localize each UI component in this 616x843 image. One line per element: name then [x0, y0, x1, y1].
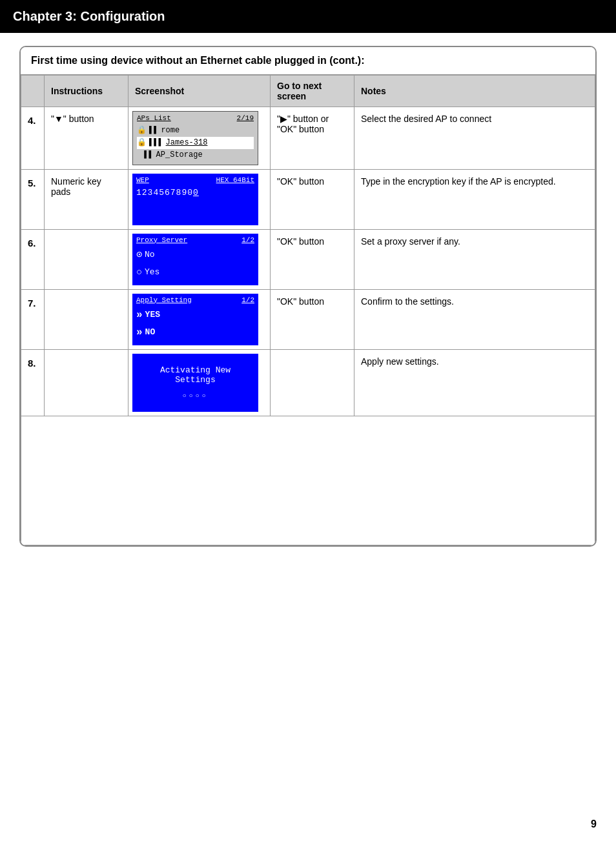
- goto-6: "OK" button: [271, 229, 354, 289]
- screen-8: Activating New Settings ○○○○: [128, 349, 271, 416]
- table-row-5: 5. Numeric key pads WEP HEX 64Bit 123456…: [21, 169, 595, 229]
- apply-setting-screen: Apply Setting 1/2 »YES »NO: [132, 294, 258, 345]
- notes-4: Select the desired AP to connect: [354, 107, 595, 170]
- screen-7: Apply Setting 1/2 »YES »NO: [128, 289, 271, 349]
- instr-7: [45, 289, 128, 349]
- loading-dots: ○○○○: [182, 392, 208, 400]
- arrow-no-icon: »: [136, 324, 143, 341]
- table-row-6: 6. Proxy Server 1/2 ⊙No ○Y: [21, 229, 595, 289]
- col-instructions: Instructions: [45, 76, 128, 107]
- goto-7: "OK" button: [271, 289, 354, 349]
- col-goto: Go to next screen: [271, 76, 354, 107]
- goto-8: [271, 349, 354, 416]
- col-screenshot: Screenshot: [128, 76, 271, 107]
- instr-8: [45, 349, 128, 416]
- table-row-4: 4. "▼" button APs List 2/19 🔒▌▌ rome: [21, 107, 595, 170]
- goto-4: "▶" button or "OK" button: [271, 107, 354, 170]
- instr-6: [45, 229, 128, 289]
- notes-5: Type in the encryption key if the AP is …: [354, 169, 595, 229]
- col-num: [21, 76, 45, 107]
- chapter-title: Chapter 3: Configuration: [13, 9, 165, 23]
- arrow-yes-icon: »: [136, 307, 143, 324]
- chapter-header: Chapter 3: Configuration: [0, 0, 616, 33]
- activating-screen: Activating New Settings ○○○○: [132, 354, 258, 412]
- ap-list-screen: APs List 2/19 🔒▌▌ rome 🔒▌▌▌James-318 ▌▌ …: [132, 111, 258, 165]
- table-row-8: 8. Activating New Settings ○○○○ Apply ne…: [21, 349, 595, 416]
- instr-5: Numeric key pads: [45, 169, 128, 229]
- page-number: 9: [591, 818, 597, 830]
- goto-5: "OK" button: [271, 169, 354, 229]
- row-num-6: 6.: [21, 229, 45, 289]
- instr-4: "▼" button: [45, 107, 128, 170]
- notes-7: Confirm to the settings.: [354, 289, 595, 349]
- row-num-7: 7.: [21, 289, 45, 349]
- row-num-8: 8.: [21, 349, 45, 416]
- row-num-5: 5.: [21, 169, 45, 229]
- activating-text: Activating New Settings: [138, 365, 253, 385]
- notes-6: Set a proxy server if any.: [354, 229, 595, 289]
- screen-5: WEP HEX 64Bit 12345678900: [128, 169, 271, 229]
- screen-4: APs List 2/19 🔒▌▌ rome 🔒▌▌▌James-318 ▌▌ …: [128, 107, 271, 170]
- box-title: First time using device without an Ether…: [21, 47, 595, 75]
- col-notes: Notes: [354, 76, 595, 107]
- notes-8: Apply new settings.: [354, 349, 595, 416]
- instruction-table: Instructions Screenshot Go to next scree…: [21, 75, 595, 545]
- empty-row: [21, 416, 595, 545]
- screen-6: Proxy Server 1/2 ⊙No ○Yes: [128, 229, 271, 289]
- wep-screen: WEP HEX 64Bit 12345678900: [132, 174, 258, 225]
- proxy-screen: Proxy Server 1/2 ⊙No ○Yes: [132, 234, 258, 285]
- content-box: First time using device without an Ether…: [19, 46, 597, 547]
- table-row-7: 7. Apply Setting 1/2 »YES: [21, 289, 595, 349]
- row-num-4: 4.: [21, 107, 45, 170]
- radio-selected-icon: ⊙: [136, 247, 142, 264]
- radio-unselected-icon: ○: [136, 264, 142, 281]
